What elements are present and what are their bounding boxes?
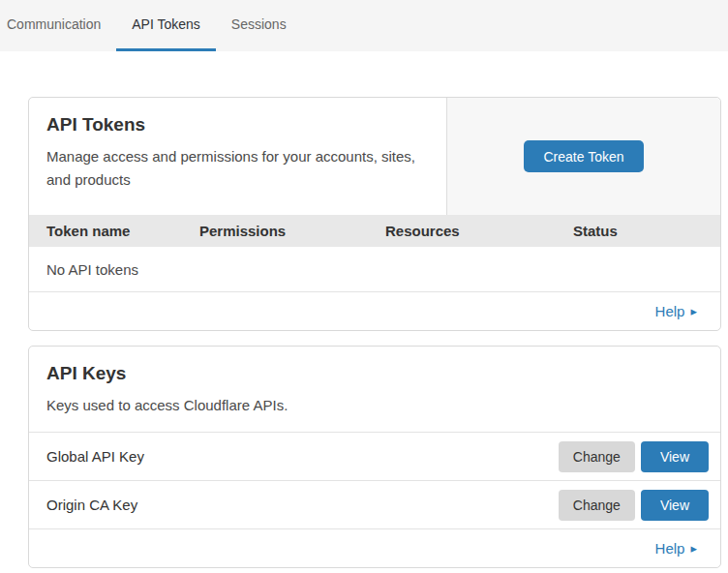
keys-help-link[interactable]: Help ▸	[655, 540, 697, 557]
api-keys-card: API Keys Keys used to access Cloudflare …	[28, 346, 721, 568]
column-resources: Resources	[385, 223, 573, 239]
global-api-key-view-button[interactable]: View	[641, 441, 709, 472]
tokens-empty-message: No API tokens	[46, 261, 138, 278]
global-api-key-change-button[interactable]: Change	[559, 441, 635, 472]
tokens-help-link[interactable]: Help ▸	[655, 303, 697, 319]
origin-ca-key-view-button[interactable]: View	[641, 490, 709, 521]
key-row-origin-ca-key: Origin CA Key Change View	[29, 480, 720, 528]
api-tokens-title: API Tokens	[46, 114, 427, 136]
api-tokens-card: API Tokens Manage access and permissions…	[28, 97, 721, 331]
column-status: Status	[573, 223, 720, 239]
origin-ca-key-change-button[interactable]: Change	[559, 490, 635, 521]
tab-api-tokens[interactable]: API Tokens	[116, 0, 216, 51]
api-keys-card-header: API Keys Keys used to access Cloudflare …	[29, 347, 720, 432]
keys-help-label: Help	[655, 540, 685, 557]
key-row-global-api-key: Global API Key Change View	[29, 432, 720, 480]
tokens-table-header: Token name Permissions Resources Status	[29, 215, 720, 247]
api-keys-title: API Keys	[46, 363, 701, 384]
page-content: API Tokens Manage access and permissions…	[0, 51, 728, 568]
key-name-label: Origin CA Key	[46, 497, 559, 513]
help-arrow-icon: ▸	[690, 542, 697, 555]
column-token-name: Token name	[46, 223, 199, 239]
api-tokens-description: Manage access and permissions for your a…	[46, 145, 427, 192]
api-keys-description: Keys used to access Cloudflare APIs.	[46, 394, 701, 417]
keys-help-row: Help ▸	[29, 528, 720, 567]
tab-sessions[interactable]: Sessions	[216, 0, 302, 51]
tokens-empty-row: No API tokens	[29, 247, 720, 291]
tokens-help-row: Help ▸	[29, 291, 720, 330]
api-tokens-card-header: API Tokens Manage access and permissions…	[29, 98, 720, 215]
tokens-help-label: Help	[655, 303, 685, 319]
create-token-button[interactable]: Create Token	[524, 140, 643, 172]
api-tokens-card-action-panel: Create Token	[446, 98, 720, 215]
help-arrow-icon: ▸	[690, 305, 697, 317]
column-permissions: Permissions	[199, 223, 385, 239]
key-name-label: Global API Key	[46, 448, 559, 465]
api-tokens-card-header-text: API Tokens Manage access and permissions…	[29, 98, 446, 215]
tab-bar: Communication API Tokens Sessions	[0, 0, 728, 51]
tab-communication[interactable]: Communication	[0, 0, 116, 51]
